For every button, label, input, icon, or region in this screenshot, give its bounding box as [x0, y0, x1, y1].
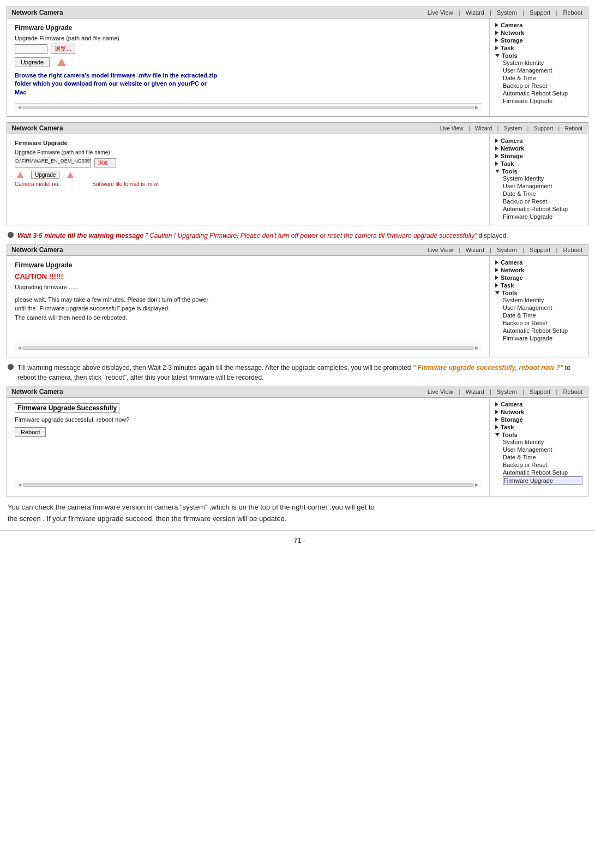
scroll-area-1: ◄ ► — [15, 103, 482, 111]
bullet-icon-1 — [8, 232, 14, 238]
file-input-2[interactable]: D:\FIRMWARE_EN_OEM_NG335W_60HZ_V61 — [15, 158, 91, 167]
sidebar-item-date-time-2[interactable]: Date & Time — [503, 190, 582, 197]
nav-liveview-1[interactable]: Live View — [428, 9, 453, 16]
tri-storage-icon-3 — [495, 276, 498, 280]
warning-block-1: Wait 3-5 minute till the warning message… — [8, 231, 587, 241]
sidebar-cat-network-header-1[interactable]: Network — [495, 29, 582, 36]
sidebar-item-user-management-1[interactable]: User Management — [503, 67, 582, 74]
browse-button-2[interactable]: 浏览... — [94, 158, 116, 167]
sidebar-cat-camera-header-3[interactable]: Camera — [495, 259, 582, 266]
sidebar-cat-tools-header-1[interactable]: Tools — [495, 52, 582, 59]
sidebar-cat-network-header-2[interactable]: Network — [495, 145, 582, 152]
wait-text: please wait. This may take a few minutes… — [15, 295, 482, 322]
sidebar-item-firmware-upgrade-1[interactable]: Firmware Upgrade — [503, 97, 582, 105]
camera-panel-4: Network Camera Live View | Wizard | Syst… — [7, 386, 588, 496]
tri-tools-icon-2 — [495, 170, 500, 173]
nav-reboot-3[interactable]: Reboot — [563, 247, 582, 253]
nav-support-1[interactable]: Support — [530, 9, 551, 16]
sidebar-item-firmware-upgrade-3[interactable]: Firmware Upgrade — [503, 334, 582, 342]
sidebar-cat-storage-header-2[interactable]: Storage — [495, 153, 582, 159]
nav-reboot-4[interactable]: Reboot — [563, 388, 582, 395]
sidebar-cat-tools-header-4[interactable]: Tools — [495, 432, 582, 438]
sidebar-cat-camera-1: Camera — [495, 22, 582, 28]
warning-text-2: Till warming message above displayed, th… — [17, 363, 587, 382]
sidebar-cat-storage-header-4[interactable]: Storage — [495, 416, 582, 423]
sidebar-item-user-management-3[interactable]: User Management — [503, 304, 582, 312]
page-number: - 71 - — [0, 530, 595, 550]
sidebar-item-firmware-upgrade-4[interactable]: Firmware Upgrade — [503, 476, 582, 485]
nav-liveview-4[interactable]: Live View — [428, 388, 453, 395]
sub-title-1: Upgrade Firmware (path and file name) — [15, 35, 482, 41]
sidebar-cat-camera-header-1[interactable]: Camera — [495, 22, 582, 28]
top-nav-3: Live View | Wizard | System | Support | … — [426, 247, 584, 253]
sidebar-cat-task-header-3[interactable]: Task — [495, 282, 582, 289]
sidebar-item-auto-reboot-2[interactable]: Automatic Reboot Setup — [503, 205, 582, 213]
sidebar-item-backup-reset-4[interactable]: Backup or Reset — [503, 461, 582, 469]
sidebar-item-user-management-4[interactable]: User Management — [503, 446, 582, 453]
scrollbar-1[interactable] — [22, 106, 474, 109]
sidebar-item-system-identity-4[interactable]: System Identity — [503, 438, 582, 446]
file-input-1[interactable] — [15, 44, 47, 54]
sidebar-item-date-time-4[interactable]: Date & Time — [503, 453, 582, 461]
sidebar-item-system-identity-3[interactable]: System Identity — [503, 296, 582, 304]
sidebar-cat-storage-2: Storage — [495, 153, 582, 159]
nav-wizard-1[interactable]: Wizard — [466, 9, 484, 16]
sidebar-cat-storage-label-1: Storage — [501, 37, 523, 44]
sidebar-item-backup-reset-3[interactable]: Backup or Reset — [503, 319, 582, 327]
sidebar-cat-task-header-4[interactable]: Task — [495, 424, 582, 430]
nav-wizard-3[interactable]: Wizard — [466, 247, 484, 253]
sidebar-item-backup-reset-1[interactable]: Backup or Reset — [503, 82, 582, 89]
nav-wizard-2[interactable]: Wizard — [475, 125, 492, 131]
sidebar-item-user-management-2[interactable]: User Management — [503, 182, 582, 190]
nav-system-4[interactable]: System — [497, 388, 517, 395]
sidebar-cat-storage-header-3[interactable]: Storage — [495, 274, 582, 281]
sidebar-cat-network-2: Network — [495, 145, 582, 152]
browse-button-1[interactable]: 浏览... — [51, 44, 75, 54]
upgrade-button-1[interactable]: Upgrade — [15, 57, 50, 67]
sidebar-cat-network-header-3[interactable]: Network — [495, 267, 582, 273]
sidebar-cat-storage-header-1[interactable]: Storage — [495, 37, 582, 44]
nav-support-2[interactable]: Support — [534, 125, 553, 131]
sidebar-cat-task-header-2[interactable]: Task — [495, 160, 582, 167]
sidebar-item-system-identity-1[interactable]: System Identity — [503, 59, 582, 67]
sidebar-item-auto-reboot-1[interactable]: Automatic Reboot Setup — [503, 89, 582, 97]
nav-liveview-3[interactable]: Live View — [428, 247, 453, 253]
nav-reboot-1[interactable]: Reboot — [563, 9, 582, 16]
sidebar-item-system-identity-2[interactable]: System Identity — [503, 175, 582, 182]
sidebar-cat-tools-header-3[interactable]: Tools — [495, 290, 582, 296]
nav-system-2[interactable]: System — [504, 125, 522, 131]
scrollbar-3[interactable] — [22, 346, 474, 350]
sidebar-item-date-time-1[interactable]: Date & Time — [503, 74, 582, 82]
sidebar-cat-camera-header-2[interactable]: Camera — [495, 137, 582, 144]
top-bar-4: Network Camera Live View | Wizard | Syst… — [7, 386, 588, 398]
sidebar-item-auto-reboot-4[interactable]: Automatic Reboot Setup — [503, 469, 582, 476]
nav-support-3[interactable]: Support — [530, 247, 551, 253]
panel-body-2: Firmware Upgrade Upgrade Firmware (path … — [7, 134, 588, 225]
sidebar-item-firmware-upgrade-2[interactable]: Firmware Upgrade — [503, 213, 582, 220]
info-text-1: Browse the right camera's model firmware… — [15, 71, 482, 97]
nav-support-4[interactable]: Support — [530, 388, 551, 395]
scrollbar-4[interactable] — [22, 483, 474, 487]
upgrade-button-2[interactable]: Upgrade — [31, 171, 59, 179]
nav-system-1[interactable]: System — [497, 9, 517, 16]
sidebar-cat-tools-header-2[interactable]: Tools — [495, 168, 582, 175]
sidebar-item-auto-reboot-3[interactable]: Automatic Reboot Setup — [503, 327, 582, 334]
tri-network-icon-3 — [495, 268, 498, 272]
nav-liveview-2[interactable]: Live View — [440, 125, 464, 131]
software-format-label: Software file format is .mfw — [92, 181, 158, 187]
tri-camera-icon-3 — [495, 260, 498, 265]
panel-sidebar-4: Camera Network Storage Task — [490, 398, 588, 496]
sidebar-cat-network-header-4[interactable]: Network — [495, 409, 582, 415]
sidebar-cat-task-3: Task — [495, 282, 582, 289]
upload-arrow-icon-1 — [57, 58, 66, 66]
nav-reboot-2[interactable]: Reboot — [565, 125, 582, 131]
sidebar-item-date-time-3[interactable]: Date & Time — [503, 312, 582, 319]
reboot-button[interactable]: Reboot — [15, 427, 46, 437]
sidebar-cat-task-header-1[interactable]: Task — [495, 45, 582, 51]
sidebar-tools-subitems-1: System Identity User Management Date & T… — [495, 59, 582, 105]
sidebar-item-backup-reset-2[interactable]: Backup or Reset — [503, 197, 582, 205]
nav-wizard-4[interactable]: Wizard — [466, 388, 484, 395]
panel-body-3: Firmware Upgrade CAUTION !!!!!! Upgradin… — [7, 256, 588, 357]
sidebar-cat-camera-header-4[interactable]: Camera — [495, 401, 582, 408]
nav-system-3[interactable]: System — [497, 247, 517, 253]
